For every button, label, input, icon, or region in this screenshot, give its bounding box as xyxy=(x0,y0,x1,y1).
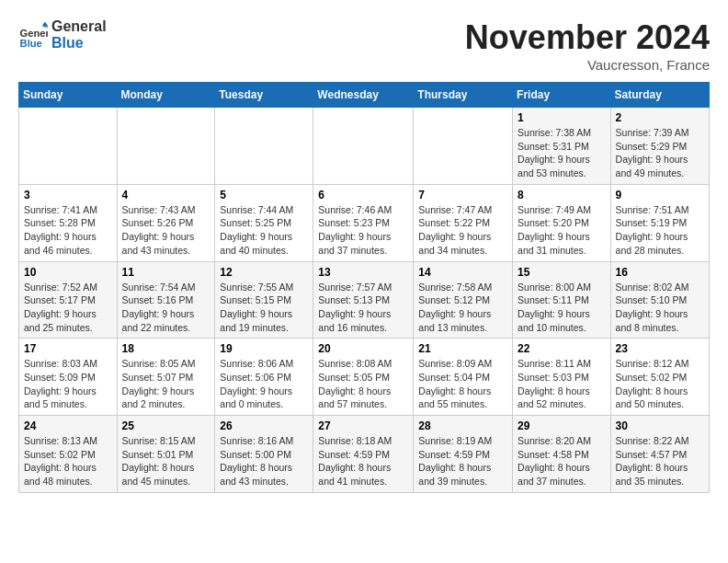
calendar-cell: 2Sunrise: 7:39 AM Sunset: 5:29 PM Daylig… xyxy=(610,108,709,185)
day-info: Sunrise: 7:49 AM Sunset: 5:20 PM Dayligh… xyxy=(518,203,606,258)
day-info: Sunrise: 8:20 AM Sunset: 4:58 PM Dayligh… xyxy=(518,434,606,488)
day-info: Sunrise: 8:13 AM Sunset: 5:02 PM Dayligh… xyxy=(24,434,112,488)
day-number: 23 xyxy=(616,342,704,355)
day-info: Sunrise: 8:19 AM Sunset: 4:59 PM Dayligh… xyxy=(418,434,507,488)
svg-text:General: General xyxy=(20,28,48,39)
calendar-cell: 26Sunrise: 8:16 AM Sunset: 5:00 PM Dayli… xyxy=(215,416,313,493)
day-number: 24 xyxy=(24,419,112,432)
calendar-cell: 28Sunrise: 8:19 AM Sunset: 4:59 PM Dayli… xyxy=(414,416,513,493)
calendar-cell: 9Sunrise: 7:51 AM Sunset: 5:19 PM Daylig… xyxy=(610,184,709,261)
day-info: Sunrise: 8:08 AM Sunset: 5:05 PM Dayligh… xyxy=(318,357,408,411)
calendar-cell xyxy=(19,108,118,185)
calendar-table: SundayMondayTuesdayWednesdayThursdayFrid… xyxy=(18,82,710,493)
weekday-header-wednesday: Wednesday xyxy=(313,83,414,108)
day-number: 5 xyxy=(220,189,308,201)
day-info: Sunrise: 7:51 AM Sunset: 5:19 PM Dayligh… xyxy=(616,203,704,258)
day-info: Sunrise: 7:52 AM Sunset: 5:17 PM Dayligh… xyxy=(24,281,112,335)
calendar-cell: 29Sunrise: 8:20 AM Sunset: 4:58 PM Dayli… xyxy=(513,416,611,493)
day-number: 3 xyxy=(24,189,112,201)
day-info: Sunrise: 8:06 AM Sunset: 5:06 PM Dayligh… xyxy=(220,357,308,411)
day-number: 15 xyxy=(518,266,606,279)
day-number: 30 xyxy=(616,419,704,432)
weekday-header-sunday: Sunday xyxy=(19,83,118,108)
calendar-cell: 30Sunrise: 8:22 AM Sunset: 4:57 PM Dayli… xyxy=(610,416,709,493)
day-info: Sunrise: 7:55 AM Sunset: 5:15 PM Dayligh… xyxy=(220,281,308,335)
day-info: Sunrise: 8:22 AM Sunset: 4:57 PM Dayligh… xyxy=(616,434,704,488)
weekday-header-thursday: Thursday xyxy=(414,83,513,108)
day-number: 22 xyxy=(518,342,606,355)
day-number: 25 xyxy=(122,419,210,432)
day-number: 27 xyxy=(318,419,408,432)
day-number: 11 xyxy=(122,266,210,279)
day-info: Sunrise: 7:46 AM Sunset: 5:23 PM Dayligh… xyxy=(318,203,408,258)
calendar-cell: 18Sunrise: 8:05 AM Sunset: 5:07 PM Dayli… xyxy=(117,339,215,416)
calendar-cell: 15Sunrise: 8:00 AM Sunset: 5:11 PM Dayli… xyxy=(513,261,611,339)
logo: General Blue General Blue xyxy=(18,18,107,52)
day-info: Sunrise: 8:03 AM Sunset: 5:09 PM Dayligh… xyxy=(24,357,112,411)
day-number: 28 xyxy=(418,419,507,432)
calendar-cell: 7Sunrise: 7:47 AM Sunset: 5:22 PM Daylig… xyxy=(414,184,513,261)
calendar-cell: 1Sunrise: 7:38 AM Sunset: 5:31 PM Daylig… xyxy=(513,108,611,185)
logo-icon: General Blue xyxy=(18,20,48,50)
calendar-cell xyxy=(117,108,215,185)
day-number: 8 xyxy=(518,189,606,201)
day-number: 17 xyxy=(24,342,112,355)
day-number: 4 xyxy=(122,189,210,201)
day-number: 18 xyxy=(122,342,210,355)
week-row-1: 1Sunrise: 7:38 AM Sunset: 5:31 PM Daylig… xyxy=(19,108,710,185)
logo-text-general: General xyxy=(51,18,107,35)
day-number: 16 xyxy=(616,266,704,279)
day-number: 20 xyxy=(318,342,408,355)
calendar-cell xyxy=(313,108,414,185)
weekday-header-saturday: Saturday xyxy=(610,83,709,108)
day-number: 19 xyxy=(220,342,308,355)
page-header: General Blue General Blue November 2024 … xyxy=(18,18,710,73)
day-number: 26 xyxy=(220,419,308,432)
calendar-cell: 14Sunrise: 7:58 AM Sunset: 5:12 PM Dayli… xyxy=(414,261,513,339)
calendar-cell: 24Sunrise: 8:13 AM Sunset: 5:02 PM Dayli… xyxy=(19,416,118,493)
calendar-cell: 23Sunrise: 8:12 AM Sunset: 5:02 PM Dayli… xyxy=(610,339,709,416)
day-number: 29 xyxy=(518,419,606,432)
week-row-4: 17Sunrise: 8:03 AM Sunset: 5:09 PM Dayli… xyxy=(19,339,710,416)
day-info: Sunrise: 7:54 AM Sunset: 5:16 PM Dayligh… xyxy=(122,281,210,335)
calendar-cell: 17Sunrise: 8:03 AM Sunset: 5:09 PM Dayli… xyxy=(19,339,118,416)
calendar-cell: 19Sunrise: 8:06 AM Sunset: 5:06 PM Dayli… xyxy=(215,339,313,416)
day-number: 2 xyxy=(616,111,704,124)
day-number: 21 xyxy=(418,342,507,355)
weekday-header-row: SundayMondayTuesdayWednesdayThursdayFrid… xyxy=(19,83,710,108)
day-info: Sunrise: 7:47 AM Sunset: 5:22 PM Dayligh… xyxy=(418,203,507,258)
day-info: Sunrise: 8:11 AM Sunset: 5:03 PM Dayligh… xyxy=(518,357,606,411)
location: Vaucresson, France xyxy=(465,57,710,73)
title-block: November 2024 Vaucresson, France xyxy=(465,18,710,73)
day-info: Sunrise: 7:41 AM Sunset: 5:28 PM Dayligh… xyxy=(24,203,112,258)
calendar-cell: 27Sunrise: 8:18 AM Sunset: 4:59 PM Dayli… xyxy=(313,416,414,493)
weekday-header-monday: Monday xyxy=(117,83,215,108)
calendar-cell: 10Sunrise: 7:52 AM Sunset: 5:17 PM Dayli… xyxy=(19,261,118,339)
weekday-header-friday: Friday xyxy=(513,83,611,108)
calendar-cell: 5Sunrise: 7:44 AM Sunset: 5:25 PM Daylig… xyxy=(215,184,313,261)
day-info: Sunrise: 8:12 AM Sunset: 5:02 PM Dayligh… xyxy=(616,357,704,411)
svg-text:Blue: Blue xyxy=(20,38,42,49)
calendar-cell: 13Sunrise: 7:57 AM Sunset: 5:13 PM Dayli… xyxy=(313,261,414,339)
month-title: November 2024 xyxy=(465,18,710,57)
day-number: 13 xyxy=(318,266,408,279)
day-info: Sunrise: 8:00 AM Sunset: 5:11 PM Dayligh… xyxy=(518,281,606,335)
day-number: 10 xyxy=(24,266,112,279)
day-info: Sunrise: 7:58 AM Sunset: 5:12 PM Dayligh… xyxy=(418,281,507,335)
calendar-cell: 8Sunrise: 7:49 AM Sunset: 5:20 PM Daylig… xyxy=(513,184,611,261)
day-info: Sunrise: 7:43 AM Sunset: 5:26 PM Dayligh… xyxy=(122,203,210,258)
day-info: Sunrise: 8:02 AM Sunset: 5:10 PM Dayligh… xyxy=(616,281,704,335)
calendar-cell: 4Sunrise: 7:43 AM Sunset: 5:26 PM Daylig… xyxy=(117,184,215,261)
logo-text-blue: Blue xyxy=(51,35,107,52)
day-info: Sunrise: 7:44 AM Sunset: 5:25 PM Dayligh… xyxy=(220,203,308,258)
weekday-header-tuesday: Tuesday xyxy=(215,83,313,108)
calendar-cell: 20Sunrise: 8:08 AM Sunset: 5:05 PM Dayli… xyxy=(313,339,414,416)
calendar-cell: 11Sunrise: 7:54 AM Sunset: 5:16 PM Dayli… xyxy=(117,261,215,339)
calendar-cell: 12Sunrise: 7:55 AM Sunset: 5:15 PM Dayli… xyxy=(215,261,313,339)
calendar-cell xyxy=(215,108,313,185)
calendar-cell: 22Sunrise: 8:11 AM Sunset: 5:03 PM Dayli… xyxy=(513,339,611,416)
day-info: Sunrise: 7:38 AM Sunset: 5:31 PM Dayligh… xyxy=(518,126,606,180)
calendar-cell: 16Sunrise: 8:02 AM Sunset: 5:10 PM Dayli… xyxy=(610,261,709,339)
calendar-cell: 6Sunrise: 7:46 AM Sunset: 5:23 PM Daylig… xyxy=(313,184,414,261)
day-info: Sunrise: 8:09 AM Sunset: 5:04 PM Dayligh… xyxy=(418,357,507,411)
